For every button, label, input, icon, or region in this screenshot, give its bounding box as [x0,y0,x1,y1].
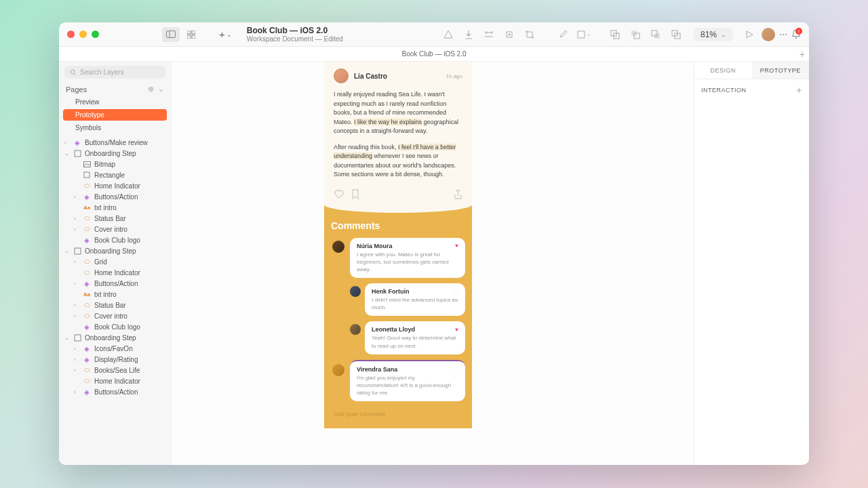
layer-item[interactable]: Aatxt intro [59,289,171,300]
commenter-avatar [331,363,346,378]
layer-item[interactable]: ◈Book Club logo [59,235,171,245]
like-icon[interactable]: ♥ [455,327,458,333]
more-icon[interactable]: ⋯ [779,30,787,39]
page-preview[interactable]: Preview [63,96,167,108]
add-comment-input[interactable]: Add your comment [331,407,465,422]
tab-prototype[interactable]: PROTOTYPE [752,62,810,79]
reviewer-name: Lia Castro [354,73,387,80]
layer-item[interactable]: ›⬭Status Bar [59,213,171,224]
comment-item[interactable]: Leonetta Lloyd♥ Yeah! Good way to determ… [365,321,465,354]
comment-item[interactable]: Virendra Sana♡ I'm glad you enjoyed my r… [350,360,465,402]
minimize-window-button[interactable] [79,30,87,38]
layer-item[interactable]: ›⬭Cover intro [59,310,171,321]
layer-item[interactable]: ⬭Home Indicator [59,267,171,278]
bookmark-icon[interactable] [351,189,359,200]
chevron-down-icon: ⌄ [226,31,232,38]
layer-item[interactable]: ⌄Onboarding Step [59,148,171,159]
zoom-control[interactable]: 81% ⌄ [694,28,733,41]
review-timestamp: 1h ago [446,73,462,79]
layer-item[interactable]: ›⬭Cover intro [59,224,171,235]
layer-item[interactable]: ›◈Buttons/Action [59,386,171,397]
svg-rect-5 [192,35,195,39]
interaction-label: INTERACTION [701,87,747,94]
like-icon[interactable]: ♡ [454,366,458,372]
review-body: I really enjoyed reading Sea Life. I was… [334,90,462,180]
resize-icon[interactable]: ⌄ [576,26,592,43]
document-tab-bar: Book Club — iOS 2.0 + [59,47,809,62]
like-icon[interactable]: ♥ [455,243,458,249]
layer-item[interactable]: ›◈Icons/FavOn [59,343,171,354]
layer-item[interactable]: ›◈Buttons/Make review [59,137,171,148]
edit-icon[interactable] [555,26,572,43]
layer-item[interactable]: ⌄Onboarding Step [59,332,171,343]
share-icon[interactable] [454,189,462,200]
layer-item[interactable]: ◈Book Club logo [59,321,171,332]
comment-item[interactable]: Henk Fortuin♡ I didn't mind the advanced… [365,283,465,316]
layer-item[interactable]: Aatxt intro [59,202,171,213]
add-tab-button[interactable]: + [800,49,805,60]
tool-icon-1[interactable] [440,26,456,43]
layer-item[interactable]: Rectangle [59,169,171,180]
svg-rect-9 [578,31,585,38]
user-avatar[interactable] [762,28,775,41]
rectangle-icon [83,171,91,179]
fullscreen-window-button[interactable] [92,30,99,38]
layer-item[interactable]: ›◈Buttons/Action [59,191,171,202]
group-icon: ⬭ [83,214,91,222]
canvas[interactable]: Lia Castro 1h ago I really enjoyed readi… [172,62,694,465]
difference-icon[interactable] [668,26,684,43]
page-symbols[interactable]: Symbols [63,122,167,134]
union-icon[interactable] [607,26,623,43]
intersect-icon[interactable] [648,26,664,43]
close-window-button[interactable] [67,30,75,38]
subtract-icon[interactable] [627,26,644,43]
review-card: Lia Castro 1h ago I really enjoyed readi… [324,62,472,205]
zoom-value: 81% [701,30,717,39]
grid-view-icon[interactable] [182,27,200,42]
insert-button[interactable]: + ⌄ [219,28,232,40]
tab-design[interactable]: DESIGN [694,62,752,79]
commenter-avatar [331,239,346,254]
frame-icon[interactable] [501,26,517,43]
chevron-down-icon: ⌄ [721,31,726,38]
crop-icon[interactable] [521,26,538,43]
artboard-mockup[interactable]: Lia Castro 1h ago I really enjoyed readi… [324,62,472,428]
layer-item[interactable]: Bitmap [59,159,171,169]
pages-header: Pages ⊕ ⌄ [59,83,171,96]
collapse-pages-icon[interactable]: ⌄ [158,85,164,94]
like-icon[interactable]: ♡ [454,289,458,295]
tool-icon-3[interactable] [481,26,497,43]
download-icon[interactable] [460,26,477,43]
comment-text: Yeah! Good way to determine what to read… [372,334,458,349]
heart-icon[interactable] [334,189,344,199]
svg-line-20 [75,73,77,75]
sidebar-toggle-icon[interactable] [162,27,180,42]
layer-item[interactable]: ›⬭Grid [59,256,171,267]
layer-item[interactable]: ⬭Home Indicator [59,375,171,386]
right-panel: DESIGN PROTOTYPE INTERACTION + [694,62,809,465]
add-interaction-button[interactable]: + [796,85,802,96]
text-icon: Aa [83,203,91,211]
page-prototype[interactable]: Prototype [63,109,167,121]
comment-text: I'm glad you enjoyed my recommendation! … [357,374,458,397]
svg-rect-24 [75,248,81,254]
notification-bell-icon[interactable]: 1 [791,29,801,39]
layer-item[interactable]: ⬭Home Indicator [59,180,171,191]
svg-rect-15 [654,33,660,39]
artboard-icon [73,333,81,342]
layer-item[interactable]: ›◈Buttons/Action [59,278,171,289]
layer-item[interactable]: ›⬭Books/Sea Life [59,365,171,375]
commenter-name: Leonetta Lloyd [372,326,415,333]
layer-item[interactable]: ›⬭Status Bar [59,300,171,310]
search-layers-input[interactable]: Search Layers [64,66,165,79]
play-icon[interactable] [741,26,757,43]
layer-item[interactable]: ⌄Onboarding Step [59,245,171,256]
plus-icon: + [219,28,225,40]
comment-item[interactable]: Núria Moura♥ I agree with you. Mateo is … [350,238,465,279]
tab-label[interactable]: Book Club — iOS 2.0 [401,50,466,58]
search-icon [70,69,77,76]
add-page-icon[interactable]: ⊕ [148,85,154,94]
group-icon: ⬭ [83,312,91,320]
layer-item[interactable]: ›◈Display/Rating [59,354,171,365]
commenter-name: Núria Moura [357,243,393,249]
